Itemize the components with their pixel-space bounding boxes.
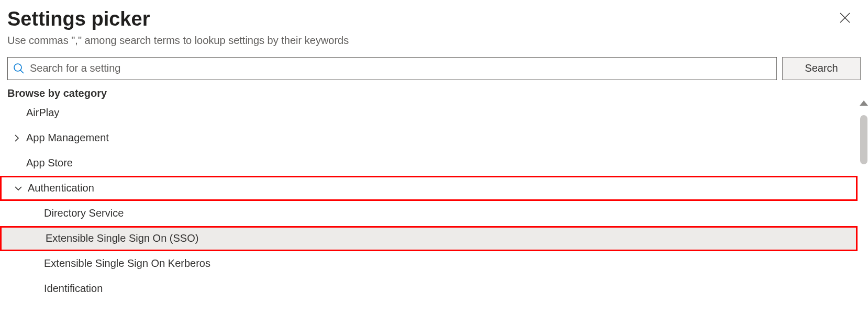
close-icon <box>839 12 851 24</box>
category-subitem-extensible-sso-kerberos[interactable]: Extensible Single Sign On Kerberos <box>7 251 858 276</box>
category-item-app-store[interactable]: App Store <box>7 151 858 176</box>
category-item-app-management[interactable]: App Management <box>7 126 858 151</box>
category-label: Authentication <box>28 182 94 194</box>
category-item-authentication[interactable]: Authentication <box>0 176 858 201</box>
page-title: Settings picker <box>7 7 861 31</box>
category-tree: AirPlay App Management App Store Authent… <box>0 100 858 301</box>
category-label: Extensible Single Sign On (SSO) <box>46 232 198 244</box>
category-item-airplay[interactable]: AirPlay <box>7 100 858 126</box>
scroll-thumb[interactable] <box>860 115 867 164</box>
search-box[interactable] <box>7 57 777 80</box>
category-label: AirPlay <box>26 107 59 119</box>
close-button[interactable] <box>837 9 853 26</box>
browse-by-category-label: Browse by category <box>0 82 868 100</box>
svg-line-3 <box>20 70 24 73</box>
search-icon <box>13 63 25 74</box>
category-label: Identification <box>44 283 103 295</box>
category-subitem-directory-service[interactable]: Directory Service <box>7 201 858 226</box>
category-label: App Management <box>26 132 109 144</box>
scrollbar[interactable] <box>860 100 868 310</box>
search-button[interactable]: Search <box>782 57 861 80</box>
category-subitem-extensible-sso[interactable]: Extensible Single Sign On (SSO) <box>0 226 858 251</box>
category-subitem-identification[interactable]: Identification <box>7 276 858 301</box>
svg-point-2 <box>14 64 21 71</box>
category-label: Directory Service <box>44 207 124 219</box>
search-input[interactable] <box>30 62 771 74</box>
category-label: Extensible Single Sign On Kerberos <box>44 257 210 269</box>
page-subtitle: Use commas "," among search terms to loo… <box>7 35 861 47</box>
category-label: App Store <box>26 157 73 169</box>
scroll-up-icon[interactable] <box>860 100 868 106</box>
chevron-right-icon <box>7 126 26 151</box>
chevron-down-icon <box>9 176 28 201</box>
